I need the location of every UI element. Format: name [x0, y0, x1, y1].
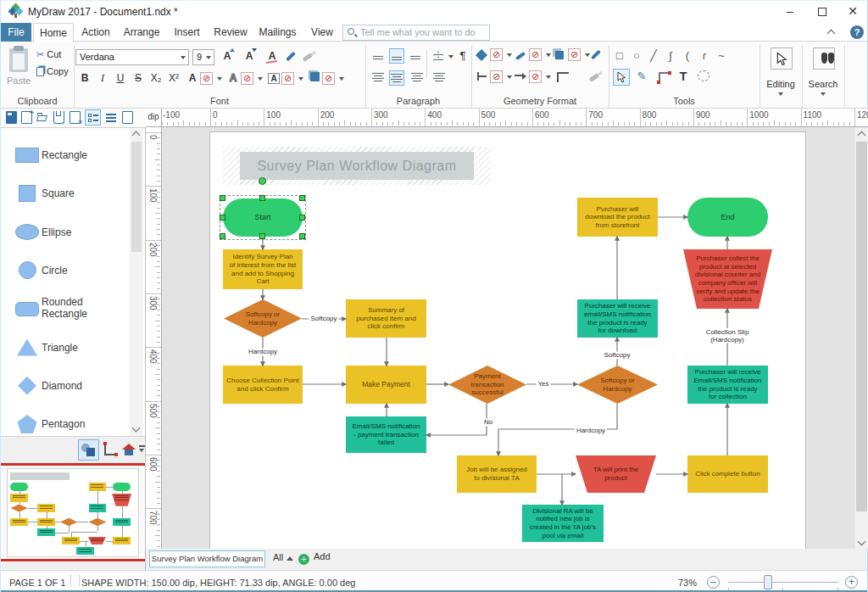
subscript-button[interactable]: X₂ [148, 72, 164, 84]
highlight-color[interactable] [308, 72, 321, 84]
ellipse-tool-icon[interactable]: ○ [630, 49, 643, 62]
thumbnails-view-button[interactable] [122, 111, 133, 124]
font-size-select[interactable]: 9 [192, 49, 214, 65]
justify-button[interactable] [431, 70, 447, 86]
clear-format-icon[interactable]: A [265, 50, 279, 62]
arrow-start-icon[interactable] [475, 70, 488, 84]
font-underline-button[interactable]: U [113, 72, 128, 84]
no-arrow-start[interactable]: ⊘ [490, 70, 503, 83]
arrow-end-icon[interactable] [514, 70, 527, 84]
selection-handle[interactable] [259, 233, 265, 239]
align-vcenter-button[interactable] [389, 48, 404, 64]
selection-handle[interactable] [259, 195, 265, 201]
flow-shape-choose-collection[interactable]: Choose Collection Point and click Confir… [223, 366, 303, 404]
flow-shape-click-complete[interactable]: Click complete button [687, 455, 768, 493]
maximize-button[interactable] [810, 2, 835, 21]
font-italic-button[interactable]: I [95, 72, 110, 85]
no-text-color[interactable]: ⊘ [200, 72, 213, 85]
align-center-button[interactable] [389, 70, 404, 86]
canvas-scroll-down-icon[interactable] [858, 538, 866, 546]
no-highlight-color[interactable]: ⊘ [322, 72, 335, 85]
pen-tool-icon[interactable]: ✎ [635, 70, 648, 82]
document-icon[interactable] [6, 111, 17, 124]
page-preview-panel[interactable] [1, 466, 145, 559]
flow-shape-diamond-payment[interactable]: Payment transaction successful [448, 366, 526, 404]
page-tab[interactable]: Survey Plan Workflow Diagram [149, 550, 265, 567]
flow-shape-collect-product[interactable]: Purchaser collect the product at selecte… [683, 249, 772, 309]
shapes-view-button[interactable] [78, 439, 99, 461]
caret-text-outline-color[interactable] [258, 77, 263, 81]
align-bottom-button[interactable] [408, 48, 423, 64]
pointer-tool-button[interactable] [613, 69, 630, 86]
paste-button[interactable]: Paste [3, 75, 35, 86]
caret-fill[interactable] [507, 53, 512, 57]
connector-tool-icon[interactable] [659, 72, 669, 81]
lasso-tool-icon[interactable] [698, 70, 709, 81]
align-top-button[interactable] [370, 48, 386, 64]
caret-text-color[interactable] [217, 77, 222, 81]
stroke-icon[interactable] [514, 48, 527, 62]
tab-view[interactable]: View [304, 23, 340, 42]
no-arrow-end[interactable]: ⊘ [529, 70, 542, 83]
flow-shape-divisional-ra[interactable]: Divisional RA will be notified new job i… [522, 505, 604, 542]
font-family-select[interactable]: Verdana [75, 49, 189, 65]
tab-arrange[interactable]: Arrange [120, 23, 164, 42]
shape-library-item[interactable]: Pentagon [1, 405, 128, 436]
caret-editing[interactable] [778, 92, 783, 96]
caret-highlight-color[interactable] [339, 77, 344, 81]
tab-mailings[interactable]: Mailings [254, 23, 301, 42]
selection-handle[interactable] [220, 233, 225, 239]
selection-handle[interactable] [299, 195, 305, 201]
text-tool-icon[interactable]: T [677, 70, 689, 83]
zoom-in-button[interactable]: + [845, 576, 858, 589]
close-button[interactable]: ✕ [840, 2, 865, 21]
tab-insert[interactable]: Insert [167, 23, 207, 42]
connectors-view-icon[interactable] [104, 444, 116, 455]
caret-text-back-color[interactable] [298, 77, 303, 81]
search-button[interactable] [813, 47, 835, 70]
flow-shape-job-assigned[interactable]: Job will be assigned to divisional TA [457, 455, 537, 493]
increase-font-icon[interactable]: A [220, 50, 235, 62]
geometry-brush-icon[interactable] [589, 73, 600, 82]
shadow-icon[interactable] [553, 48, 566, 62]
shape-library-item[interactable]: Triangle [1, 329, 128, 366]
flow-shape-identify[interactable]: Identify Survey Plan of interest from th… [223, 249, 303, 289]
caret-bullets[interactable] [448, 55, 453, 59]
drawing-canvas[interactable]: Survey Plan Workflow DiagramStartIdentif… [162, 127, 855, 549]
selection-handle[interactable] [220, 215, 225, 221]
filter-icon[interactable] [139, 445, 145, 452]
flow-shape-download-product[interactable]: Purchaser will download the product from… [577, 198, 658, 237]
no-shadow[interactable]: ⊘ [568, 48, 581, 61]
shape-library-item[interactable]: Circle [1, 252, 128, 289]
drawing-page[interactable]: Survey Plan Workflow DiagramStartIdentif… [209, 131, 806, 549]
selection-handle[interactable] [220, 195, 225, 201]
list-view-button[interactable] [85, 109, 101, 126]
eyedropper-icon[interactable] [286, 51, 296, 61]
collapse-ribbon-icon[interactable] [826, 27, 837, 37]
shape-library-item[interactable]: Rounded Rectangle [1, 290, 128, 327]
flow-shape-notify-collection[interactable]: Purchaser will receive Email/SMS notific… [687, 366, 768, 404]
flow-shape-notify-download[interactable]: Purchaser will receive email/SMS notific… [577, 299, 658, 338]
text-outline-color[interactable]: A [226, 72, 240, 84]
geometry-eyedropper-icon[interactable] [591, 49, 601, 59]
curve-tool-icon[interactable]: ɾ [698, 49, 711, 62]
tell-me-search[interactable]: Tell me what you want to do [342, 25, 490, 41]
minimize-button[interactable]: – [777, 2, 803, 21]
canvas-scroll-thumb[interactable] [856, 142, 867, 511]
caret-arrow-start[interactable] [507, 75, 512, 79]
tab-review[interactable]: Review [210, 23, 251, 42]
no-text-back-color[interactable]: ⊘ [281, 72, 294, 85]
shape-library-item[interactable]: Square [1, 175, 128, 212]
no-text-outline-color[interactable]: ⊘ [241, 72, 253, 85]
corner-rounding-icon[interactable] [557, 72, 569, 82]
caret-shadow[interactable] [585, 53, 590, 57]
shape-library-item[interactable]: Ellipse [1, 214, 128, 251]
font-strike-button[interactable]: S [131, 72, 146, 84]
text-back-color[interactable]: A [267, 72, 281, 84]
flow-shape-diamond-softhard-1[interactable]: Softcopy or Hardcopy [224, 299, 302, 338]
align-right-button[interactable] [409, 70, 425, 86]
all-pages-button[interactable]: All [273, 552, 293, 562]
copy-button[interactable]: Copy [36, 66, 77, 76]
delete-page-icon[interactable]: x [70, 111, 81, 124]
help-icon[interactable]: ? [850, 25, 864, 39]
